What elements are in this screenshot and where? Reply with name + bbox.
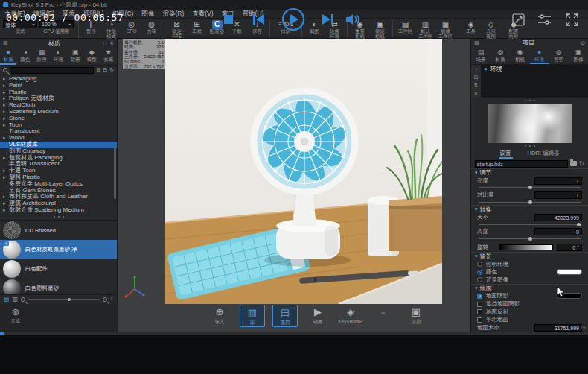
refresh-icon[interactable]: ↻ bbox=[109, 67, 114, 73]
panel-splitter[interactable] bbox=[471, 144, 588, 150]
tab-scene[interactable]: ▤场景 bbox=[471, 48, 490, 64]
expand-arrow-icon[interactable]: ▸ bbox=[3, 76, 9, 83]
tab-favorites[interactable]: ★收藏 bbox=[100, 48, 117, 65]
tab-colors[interactable]: ◑颜色 bbox=[16, 48, 33, 65]
tab-environment[interactable]: ●环境 bbox=[530, 48, 549, 64]
lock-fps-button[interactable]: ⊠锁定 FPS bbox=[167, 20, 187, 39]
render-button[interactable]: ▣渲染 bbox=[403, 305, 429, 327]
denoise-button[interactable]: ◍去噪 bbox=[141, 20, 162, 39]
render-view[interactable] bbox=[165, 39, 442, 304]
fullscreen-button[interactable] bbox=[566, 0, 578, 39]
brightness-slider[interactable] bbox=[479, 185, 581, 191]
library-button[interactable]: ▥库 bbox=[240, 305, 265, 327]
background-option[interactable]: 照明环境 bbox=[471, 260, 588, 268]
height-input[interactable]: 0 bbox=[534, 228, 582, 235]
background-color-swatch[interactable] bbox=[557, 269, 582, 275]
switch-workspace-button[interactable]: ▦切换 工作区 bbox=[435, 20, 456, 39]
ground-shadows-option[interactable]: ✓地面阴影 bbox=[471, 292, 588, 300]
add-environment-icon[interactable]: ＋ bbox=[473, 66, 479, 72]
volume-button[interactable] bbox=[345, 0, 360, 39]
panel-splitter[interactable] bbox=[471, 98, 588, 104]
tab-image[interactable]: ▣图像 bbox=[569, 48, 588, 64]
panel-resize-icon[interactable]: ⊡ bbox=[581, 324, 586, 331]
section-adjust[interactable]: ▾调节 bbox=[471, 168, 588, 177]
background-option-selected[interactable]: 颜色 bbox=[471, 268, 588, 276]
material-item-selected[interactable]: 4 白色材质略微磨砂 净 bbox=[0, 240, 117, 259]
folder-up-icon[interactable]: ↑ bbox=[110, 296, 113, 303]
tab-models[interactable]: ◆模型 bbox=[83, 48, 100, 65]
expand-arrow-icon[interactable]: ▸ bbox=[3, 102, 9, 109]
animation-button[interactable]: ▶动画 bbox=[305, 305, 330, 327]
float-panel-icon[interactable]: □ bbox=[103, 41, 106, 46]
close-panel-icon[interactable]: ✕ bbox=[109, 40, 114, 46]
tab-hdri-editor[interactable]: HDRI 编辑器 bbox=[526, 149, 561, 159]
ground-size-input[interactable]: 31751.999 bbox=[534, 324, 582, 332]
panel-splitter[interactable] bbox=[0, 214, 117, 220]
tree-scrollbar[interactable] bbox=[114, 147, 116, 199]
delete-environment-icon[interactable]: ✕ bbox=[474, 91, 479, 97]
expand-arrow-icon[interactable]: ▸ bbox=[3, 83, 9, 89]
environment-item-selected[interactable]: ● 环境 bbox=[481, 65, 588, 74]
background-option[interactable]: 背景图像 bbox=[471, 276, 588, 285]
reload-icon[interactable]: ↻ bbox=[579, 160, 584, 167]
size-slider[interactable] bbox=[479, 222, 581, 228]
expand-arrow-icon[interactable]: ▸ bbox=[3, 89, 9, 96]
tab-material[interactable]: ◎材质 bbox=[490, 48, 510, 64]
tab-camera[interactable]: ◉相机 bbox=[510, 48, 529, 64]
project-ribbon-button[interactable]: ▤项目 bbox=[272, 305, 298, 327]
expand-arrow-icon[interactable]: ▸ bbox=[3, 168, 9, 174]
list-view-icon[interactable]: ▤ bbox=[4, 296, 10, 303]
expand-arrow-icon[interactable]: ▸ bbox=[3, 95, 9, 102]
contrast-input[interactable]: 1 bbox=[534, 191, 582, 199]
tab-lighting[interactable]: ◍照明 bbox=[549, 48, 569, 64]
stop-button[interactable] bbox=[223, 0, 234, 39]
cpu-button[interactable]: ◎CPU bbox=[121, 20, 141, 39]
keyshotxr-button[interactable]: ◈KeyShotXR bbox=[338, 305, 363, 327]
material-item[interactable]: 白色塑料磨砂 bbox=[0, 279, 117, 294]
expand-arrow-icon[interactable]: ▸ bbox=[3, 207, 9, 214]
flatten-ground-option[interactable]: 平坦地面 bbox=[471, 316, 588, 324]
tab-materials[interactable]: ●材质 bbox=[0, 48, 16, 65]
search-input[interactable] bbox=[10, 67, 94, 74]
size-input[interactable]: 42023.999 bbox=[534, 214, 582, 221]
previous-frame-button[interactable] bbox=[252, 0, 265, 39]
tab-settings[interactable]: 设置 bbox=[499, 149, 513, 159]
move-environment-icon[interactable]: ⇅ bbox=[474, 83, 479, 89]
environment-file-field[interactable]: startup.hdz bbox=[475, 160, 568, 168]
new-folder-icon[interactable]: ⊟ bbox=[103, 67, 107, 73]
tab-backplates[interactable]: ▣背景 bbox=[67, 48, 83, 65]
occlusion-ground-shadows-option[interactable]: 遮挡地面阴影 bbox=[471, 300, 588, 308]
section-background[interactable]: ▾背景 bbox=[471, 252, 588, 260]
grid-view-icon[interactable]: ▥ bbox=[13, 296, 19, 303]
zoom-in-icon[interactable] bbox=[103, 297, 107, 302]
render-options-button[interactable] bbox=[512, 0, 525, 39]
pin-panel-icon[interactable]: ⊙ bbox=[581, 40, 585, 46]
cloud-library-button[interactable]: ⊛ 云库 bbox=[4, 306, 27, 325]
height-slider[interactable] bbox=[479, 236, 581, 242]
menu-render[interactable]: 渲染(R) bbox=[162, 10, 184, 19]
brightness-input[interactable]: 1 bbox=[534, 177, 582, 185]
play-button[interactable] bbox=[281, 0, 305, 39]
menu-view[interactable]: 查看(V) bbox=[192, 10, 213, 19]
thumbnail-size-slider[interactable] bbox=[28, 299, 100, 300]
expand-arrow-icon[interactable]: ▸ bbox=[3, 115, 9, 122]
hdri-preview[interactable] bbox=[488, 104, 572, 143]
tab-textures[interactable]: ▦纹理 bbox=[33, 48, 50, 65]
workspace-button[interactable]: ▤工作区 bbox=[395, 20, 415, 39]
expand-arrow-icon[interactable]: ▸ bbox=[3, 135, 9, 142]
tree-item[interactable]: ▸散射介质 Scattering Medium bbox=[0, 207, 117, 214]
tab-environments[interactable]: ◐环境 bbox=[50, 48, 66, 65]
expand-arrow-icon[interactable]: ▸ bbox=[3, 194, 9, 200]
expand-arrow-icon[interactable]: ▸ bbox=[3, 174, 9, 181]
material-item[interactable]: CD Brushed bbox=[0, 221, 117, 240]
import-material-icon[interactable]: ⊞ bbox=[96, 67, 100, 73]
rotation-input[interactable]: 0 ° bbox=[557, 244, 582, 251]
folder-icon[interactable] bbox=[570, 161, 577, 166]
expand-arrow-icon[interactable]: ▸ bbox=[3, 122, 9, 129]
playback-settings-button[interactable] bbox=[537, 0, 552, 39]
ground-reflections-option[interactable]: 地面反射 bbox=[471, 308, 588, 316]
default-workspace-button[interactable]: ▥默认 工作区 bbox=[415, 20, 435, 39]
lock-camera-button[interactable]: ▣锁定 相机 bbox=[370, 20, 390, 39]
next-frame-button[interactable] bbox=[322, 0, 335, 39]
project-button[interactable]: ⊞工程 bbox=[187, 20, 207, 39]
